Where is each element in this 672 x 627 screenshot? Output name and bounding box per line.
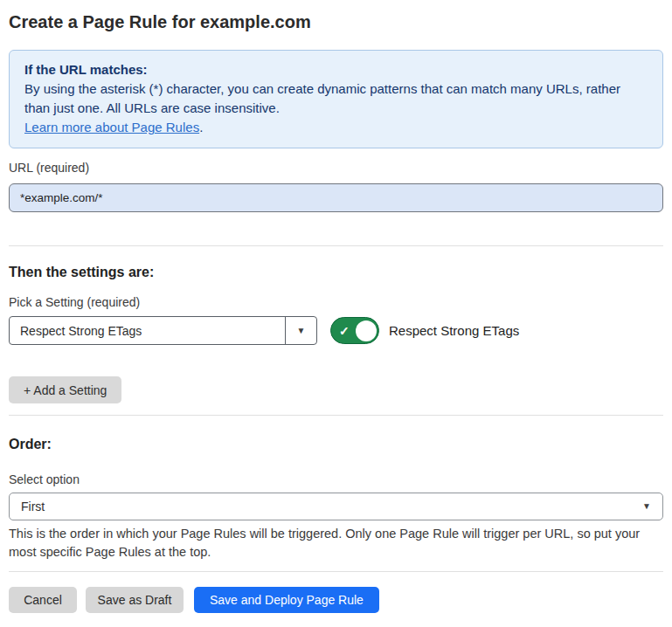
cancel-button[interactable]: Cancel	[9, 587, 77, 613]
setting-toggle[interactable]: ✓	[330, 317, 379, 344]
section-divider	[9, 245, 663, 246]
save-draft-button[interactable]: Save as Draft	[86, 587, 184, 613]
url-field-label: URL (required)	[9, 160, 663, 176]
info-box-heading: If the URL matches:	[24, 60, 648, 79]
pick-setting-label: Pick a Setting (required)	[9, 294, 663, 310]
chevron-down-icon: ▼	[642, 502, 651, 511]
footer-actions: Cancel Save as Draft Save and Deploy Pag…	[9, 587, 663, 613]
info-box-link-line: Learn more about Page Rules.	[24, 118, 648, 137]
pick-setting-dropdown[interactable]: Respect Strong ETags ▼	[9, 316, 317, 345]
settings-section-heading: Then the settings are:	[9, 263, 663, 282]
learn-more-link[interactable]: Learn more about Page Rules	[24, 120, 199, 134]
setting-toggle-label: Respect Strong ETags	[389, 323, 519, 338]
order-help-text: This is the order in which your Page Rul…	[9, 525, 663, 562]
setting-row: Respect Strong ETags ▼ ✓ Respect Strong …	[9, 316, 663, 345]
page-title: Create a Page Rule for example.com	[9, 10, 663, 33]
check-icon: ✓	[339, 324, 350, 338]
footer-divider	[9, 571, 663, 572]
chevron-down-icon: ▼	[297, 327, 306, 335]
pick-setting-dropdown-value: Respect Strong ETags	[10, 317, 285, 344]
toggle-knob	[356, 320, 377, 341]
add-setting-button[interactable]: + Add a Setting	[9, 376, 121, 403]
order-select-label: Select option	[9, 472, 663, 487]
dropdown-arrow-button[interactable]: ▼	[285, 317, 316, 344]
order-section-heading: Order:	[9, 435, 663, 454]
info-box-body: By using the asterisk (*) character, you…	[24, 79, 648, 118]
order-select[interactable]: First ▼	[9, 493, 663, 520]
save-deploy-button[interactable]: Save and Deploy Page Rule	[194, 587, 379, 613]
section-divider	[9, 415, 663, 416]
url-input[interactable]	[9, 183, 663, 212]
order-select-value: First	[21, 500, 45, 513]
link-suffix: .	[199, 120, 203, 134]
url-match-info-box: If the URL matches: By using the asteris…	[9, 50, 663, 148]
